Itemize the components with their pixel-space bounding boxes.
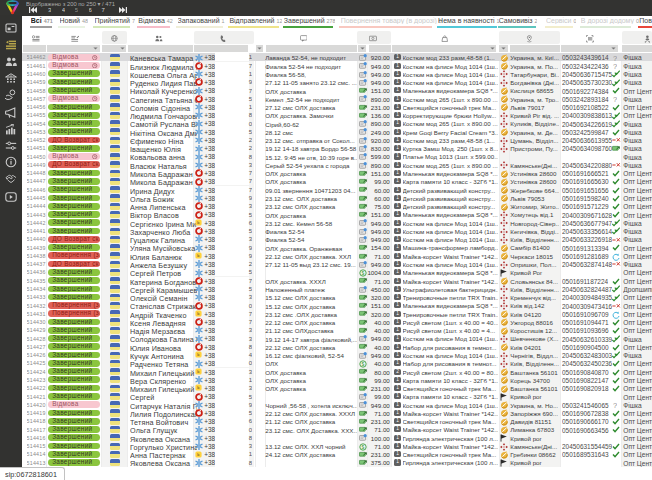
svg-text:lc: lc bbox=[197, 312, 200, 316]
svg-text:lc: lc bbox=[197, 254, 200, 258]
svg-text:lc: lc bbox=[197, 453, 200, 457]
svg-text:lc: lc bbox=[197, 353, 200, 357]
svg-text:lc: lc bbox=[197, 221, 200, 225]
svg-text:lc: lc bbox=[197, 386, 200, 390]
svg-text:lc: lc bbox=[197, 370, 200, 374]
